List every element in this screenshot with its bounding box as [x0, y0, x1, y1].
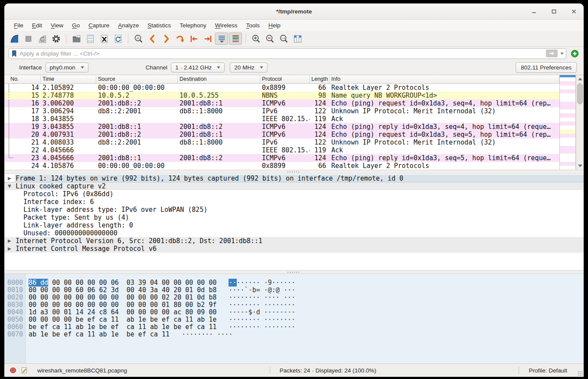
column-header-info[interactable]: Info	[330, 75, 559, 83]
first-packet-button[interactable]	[187, 33, 200, 45]
packet-row-22[interactable]: 224.045666IEEE 802.15.4119Ack	[4, 146, 559, 154]
selected-ascii[interactable]: ··	[229, 279, 236, 287]
scrollbar-thumb[interactable]	[577, 83, 583, 104]
capture-options-button[interactable]	[49, 33, 62, 45]
close-button[interactable]	[569, 7, 578, 16]
pane-splitter[interactable]	[4, 170, 584, 174]
hex-bytes[interactable]: 00 00 00 00 60 06 62 3d 00 40 3a 40 20 0…	[29, 287, 216, 294]
hex-bytes[interactable]: 00 00 00 00 00 00 00 00 00 00 00 02 20 0…	[29, 294, 216, 301]
zoom-original-button[interactable]: 1:1	[277, 33, 290, 45]
ascii-bytes[interactable]: ········ ········	[229, 323, 295, 331]
menu-go[interactable]: Go	[68, 21, 84, 30]
goto-packet-button[interactable]	[173, 33, 186, 45]
filter-history-caret-icon[interactable]	[560, 53, 564, 55]
minimize-button[interactable]	[529, 7, 539, 16]
menu-tools[interactable]: Tools	[242, 21, 265, 30]
save-file-button[interactable]: 01010110	[84, 33, 97, 45]
detail-line[interactable]: ▼Linux cooked capture v2	[4, 182, 584, 190]
hex-row-0060[interactable]: 0060be ef ca 11 ab 1e be ef ca 11 ab 1e …	[4, 323, 584, 331]
menu-telephony[interactable]: Telephony	[175, 21, 211, 30]
hex-row-0000[interactable]: 000086 dd 00 00 00 00 00 06 03 39 04 00 …	[4, 279, 584, 287]
next-packet-button[interactable]	[160, 33, 173, 45]
column-header-length[interactable]: Length	[310, 75, 330, 83]
wireless-preferences-button[interactable]: 802.11 Preferences	[516, 62, 577, 73]
apply-filter-button[interactable]	[546, 49, 558, 57]
hex-bytes[interactable]: 1d a3 00 01 14 24 c8 64 00 00 00 00 ac 8…	[29, 309, 216, 316]
expand-icon[interactable]: ▶	[8, 245, 11, 253]
detail-line[interactable]: ▶Internet Control Message Protocol v6	[4, 245, 584, 253]
packet-row-20[interactable]: 204.0079312001:db8::22001:db8::1ICMPv612…	[4, 131, 559, 138]
collapse-icon[interactable]: ▼	[8, 182, 11, 190]
menu-view[interactable]: View	[46, 21, 68, 30]
column-header-time[interactable]: Time	[41, 75, 96, 83]
ascii-bytes[interactable]: ········ ········	[229, 316, 295, 323]
reload-file-button[interactable]	[111, 33, 124, 45]
hex-bytes[interactable]: ab 1e be ef ca 11 ab 1e be ef ca 11	[29, 331, 170, 338]
display-filter-input[interactable]	[20, 50, 543, 57]
ascii-bytes[interactable]: ·····$·d ········	[229, 309, 295, 316]
detail-line[interactable]: Packet type: Sent by us (4)	[4, 214, 584, 221]
display-filter-field[interactable]	[9, 48, 566, 59]
colorize-button[interactable]	[229, 33, 242, 45]
titlebar[interactable]: */tmp/remote	[4, 3, 584, 20]
packet-list-scrollbar[interactable]	[576, 75, 584, 170]
packet-minimap[interactable]	[559, 75, 576, 170]
column-header-protocol[interactable]: Protocol	[260, 75, 310, 83]
hex-bytes[interactable]: be ef ca 11 ab 1e be ef ca 11 ab 1e be e…	[29, 323, 216, 331]
capture-comment-button[interactable]	[21, 367, 28, 374]
detail-line[interactable]: Interface index: 6	[4, 198, 584, 206]
ascii-bytes[interactable]: ········ ········	[229, 301, 295, 309]
packet-row-15[interactable]: 152.74877810.0.5.210.0.5.255NBNS98Name q…	[4, 92, 559, 99]
hex-row-0040[interactable]: 00401d a3 00 01 14 24 c8 64 00 00 00 00 …	[4, 309, 584, 316]
menu-help[interactable]: Help	[264, 21, 285, 30]
detail-line[interactable]: Unused: 0000000000000000	[4, 229, 584, 237]
menu-file[interactable]: File	[10, 21, 28, 30]
profile-status[interactable]: Profile: Default	[519, 367, 567, 374]
maximize-button[interactable]	[549, 7, 559, 16]
packet-row-23[interactable]: 234.0456662001:db8::12001:db8::2ICMPv612…	[4, 154, 559, 162]
hex-bytes[interactable]: 00 00 00 00 00 00 00 00 00 00 00 01 80 0…	[29, 301, 216, 309]
auto-scroll-button[interactable]	[215, 33, 228, 45]
detail-line[interactable]: Link-layer address length: 0	[4, 221, 584, 229]
packet-row-14[interactable]: 142.10589200:00:00_00:00:000x889966Realt…	[4, 84, 559, 92]
selected-bytes[interactable]: 86 dd	[29, 279, 48, 287]
menu-analyze[interactable]: Analyze	[114, 21, 143, 30]
interface-select[interactable]: phy0.mon	[46, 63, 88, 73]
add-filter-button[interactable]	[570, 49, 579, 58]
hex-row-0050[interactable]: 005000 00 00 00 be ef ca 11 ab 1e be ef …	[4, 316, 584, 323]
ascii-bytes[interactable]: ········ ···· ···	[229, 294, 295, 301]
restart-capture-button[interactable]	[36, 33, 49, 45]
start-capture-button[interactable]	[8, 33, 21, 45]
menu-wireless[interactable]: Wireless	[211, 21, 242, 30]
ascii-bytes[interactable]: ········ ····	[182, 331, 232, 338]
previous-packet-button[interactable]	[146, 33, 159, 45]
expert-info-button[interactable]	[10, 367, 16, 374]
hex-row-0070[interactable]: 0070ab 1e be ef ca 11 ab 1e be ef ca 11·…	[4, 331, 584, 338]
packet-row-24[interactable]: 244.10587600:00:00_00:00:000x889966Realt…	[4, 162, 559, 170]
bandwidth-select[interactable]: 20 MHz	[230, 63, 268, 73]
column-header-no[interactable]: No.	[4, 75, 41, 83]
menu-statistics[interactable]: Statistics	[143, 21, 175, 30]
find-packet-button[interactable]: A	[132, 33, 145, 45]
resize-columns-button[interactable]	[291, 33, 304, 45]
hex-row-0010[interactable]: 001000 00 00 00 60 06 62 3d 00 40 3a 40 …	[4, 287, 584, 294]
packet-row-17[interactable]: 173.006294db8::2:2001db8::1:8000IPv6122U…	[4, 107, 559, 115]
packet-row-21[interactable]: 214.008033db8::2:2001db8::1:8000IPv6122U…	[4, 138, 559, 146]
detail-line[interactable]: ▶Frame 1: 124 bytes on wire (992 bits), …	[4, 175, 584, 182]
detail-line[interactable]: Protocol: IPv6 (0x86dd)	[4, 190, 584, 198]
open-file-button[interactable]	[70, 33, 83, 45]
hex-row-0030[interactable]: 003000 00 00 00 00 00 00 00 00 00 00 01 …	[4, 301, 584, 309]
column-header-source[interactable]: Source	[96, 75, 178, 83]
expand-icon[interactable]: ▶	[8, 175, 11, 182]
hex-bytes[interactable]: 00 00 00 00 be ef ca 11 ab 1e be ef ca 1…	[29, 316, 216, 323]
detail-line[interactable]: Link-layer address type: IPv6 over LoWPA…	[4, 206, 584, 214]
close-file-button[interactable]	[98, 33, 111, 45]
hex-bytes[interactable]: 86 dd 00 00 00 00 00 06 03 39 04 00 00 0…	[29, 279, 216, 287]
stop-capture-button[interactable]	[22, 33, 35, 45]
ascii-bytes[interactable]: ····`·b= ·@:@ ···	[229, 287, 295, 294]
channel-select[interactable]: 1 · 2.412 GHz	[171, 63, 225, 73]
zoom-in-button[interactable]	[249, 33, 262, 45]
menu-capture[interactable]: Capture	[84, 21, 114, 30]
column-header-destination[interactable]: Destination	[178, 75, 260, 83]
ascii-bytes[interactable]: ········ ·9······	[229, 279, 295, 287]
